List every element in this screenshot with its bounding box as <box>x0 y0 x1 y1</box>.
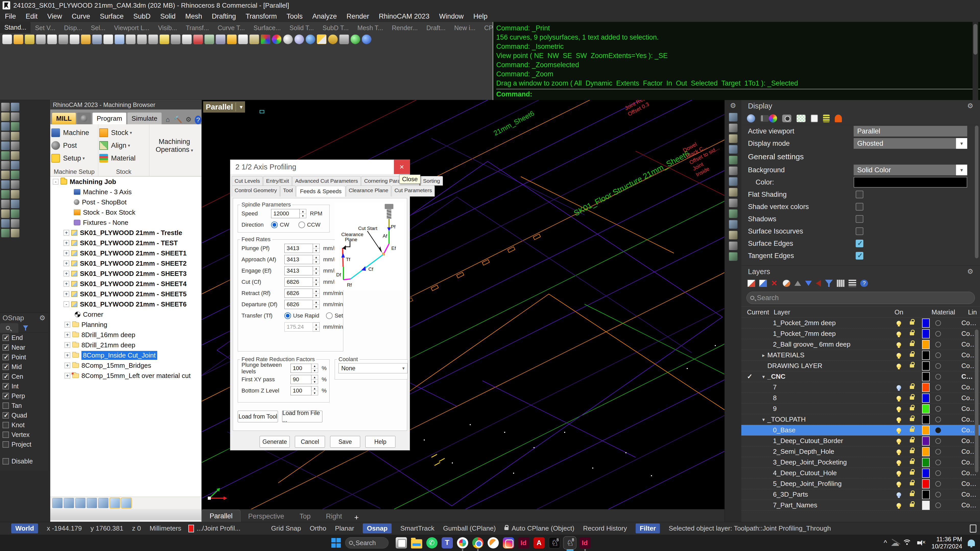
display-tab-active[interactable] <box>760 115 769 122</box>
retract-feed-input[interactable]: 6826 <box>285 289 313 298</box>
viewport-tab-parallel[interactable]: Parallel <box>202 510 240 522</box>
linetype[interactable]: Continuous <box>961 416 977 423</box>
toolpath-solid-icon[interactable] <box>87 498 97 508</box>
move-icon[interactable] <box>216 35 226 44</box>
cut-icon[interactable] <box>59 35 68 44</box>
checkbox[interactable] <box>3 441 9 448</box>
osnap-option-vertex[interactable]: Vertex <box>0 430 48 440</box>
layer-expander[interactable]: ▾ <box>762 416 765 422</box>
units-indicator[interactable]: Millimeters <box>150 524 181 532</box>
menu-surface[interactable]: Surface <box>95 11 129 22</box>
layer-expander[interactable]: ▸ <box>762 352 765 358</box>
tree-item-drill-21mm[interactable]: +8Drill_21mm deep <box>50 340 201 350</box>
hide-icon[interactable] <box>238 35 248 44</box>
new-file-icon[interactable] <box>2 35 12 44</box>
spindle-speed-input[interactable]: 12000 <box>271 209 300 218</box>
checkbox[interactable] <box>3 402 9 409</box>
cylinder-icon[interactable] <box>294 35 304 44</box>
linetype[interactable]: Continuous <box>961 330 977 338</box>
mirror-tool-icon[interactable] <box>11 219 19 228</box>
layer-color-swatch[interactable] <box>922 426 930 435</box>
linetype[interactable]: Continuous <box>961 448 977 456</box>
circle-tool-icon[interactable] <box>1 141 10 150</box>
layer-row[interactable]: 2_Ball groove_ 6mm deepContinuous <box>741 339 980 350</box>
layers-panel-header[interactable]: Layers ⚙ <box>741 266 980 278</box>
linetype[interactable]: Continuous <box>961 480 977 488</box>
tab-tool[interactable]: Tool <box>280 186 296 197</box>
move-layer-up-icon[interactable] <box>794 281 801 286</box>
clock[interactable]: 11:36 PM 10/27/2024 <box>932 536 962 550</box>
color-wheel-icon[interactable] <box>272 35 282 44</box>
osnap-gear-icon[interactable]: ⚙ <box>39 314 45 322</box>
osnap-option-quad[interactable]: Quad <box>0 410 48 420</box>
lock-icon[interactable] <box>910 439 914 443</box>
tree-item-comp-bridges[interactable]: +8Comp_15mm_Bridges <box>50 360 201 371</box>
display-mode-select[interactable]: Ghosted▾ <box>854 138 967 149</box>
lock-icon[interactable] <box>910 493 914 496</box>
toolbar-tab-viewport-layout[interactable]: Viewport L... <box>110 23 154 33</box>
surface-edges-checkbox[interactable] <box>856 240 863 247</box>
engage-feed-input[interactable]: 3413 <box>285 266 313 275</box>
stepper[interactable]: ▲▼ <box>313 300 320 309</box>
duplicate-layer-icon[interactable] <box>783 280 790 287</box>
linetype[interactable]: Continuous <box>961 340 977 348</box>
cut-feed-input[interactable]: 6826 <box>285 278 313 287</box>
direction-ccw-radio[interactable] <box>298 222 305 228</box>
named-view-icon[interactable] <box>193 35 203 44</box>
set-radio[interactable] <box>326 312 332 319</box>
lock-icon[interactable] <box>910 396 914 400</box>
copy-icon[interactable] <box>70 35 80 44</box>
extrude-tool-icon[interactable] <box>1 180 10 189</box>
layer-on-bulb[interactable] <box>897 449 901 454</box>
browser-icon[interactable] <box>488 537 499 548</box>
tab-sorting[interactable]: Sorting <box>420 176 443 186</box>
rotate-view-icon[interactable] <box>115 35 124 44</box>
layer-columns-icon[interactable] <box>837 280 845 287</box>
menu-solid[interactable]: Solid <box>156 11 180 22</box>
rotate-tool-icon[interactable] <box>11 112 19 121</box>
new-sublayer-icon[interactable] <box>759 280 767 287</box>
toolbar-tab-mesh-tools[interactable]: Mesh T... <box>353 23 388 33</box>
col-linetype[interactable]: Lin <box>968 308 977 316</box>
toolbar-tab-setview[interactable]: Set V... <box>31 23 60 33</box>
material-circle[interactable] <box>935 406 941 412</box>
tab-clearance-plane[interactable]: Clearance Plane <box>346 186 391 197</box>
layer-list-icon[interactable] <box>848 280 856 287</box>
back-plane-icon[interactable] <box>729 252 738 261</box>
tree-expander[interactable]: + <box>65 332 70 338</box>
preferences-hammer-icon[interactable]: 🔨 <box>174 114 182 124</box>
paste-icon[interactable] <box>81 35 91 44</box>
linetype[interactable]: Continuous <box>961 501 977 509</box>
linetype[interactable]: Continuous <box>961 383 977 391</box>
osnap-option-int[interactable]: Int <box>0 381 48 391</box>
layer-color-swatch[interactable] <box>922 340 930 349</box>
shade-icon[interactable] <box>261 35 270 44</box>
select-icon[interactable] <box>227 35 237 44</box>
toolbar-tab-subd-tools[interactable]: SubD T... <box>318 23 353 33</box>
layer-on-bulb[interactable] <box>897 385 901 390</box>
layer-on-bulb[interactable] <box>897 364 901 368</box>
flat-shading-checkbox[interactable] <box>856 191 863 198</box>
pointer-tool-icon[interactable] <box>1 103 10 111</box>
viewport-tab-right[interactable]: Right <box>318 511 350 522</box>
machine-button[interactable]: Machine <box>51 126 97 139</box>
curve-plane-icon[interactable] <box>729 156 738 164</box>
layer-color-swatch[interactable] <box>922 437 930 446</box>
undo-icon[interactable] <box>92 35 102 44</box>
print-icon[interactable] <box>36 35 46 44</box>
box-tool-icon[interactable] <box>11 170 19 179</box>
post-button[interactable]: Post <box>51 139 97 152</box>
tree-item-setup-sheet2[interactable]: +SK01_PLYWOOD 21mm - SHEET2 <box>50 258 201 268</box>
tree-expander[interactable]: + <box>65 353 70 358</box>
osnap-option-tan[interactable]: Tan <box>0 401 48 410</box>
col-on[interactable]: On <box>894 308 904 316</box>
stepper[interactable]: ▲▼ <box>313 244 320 253</box>
material-circle[interactable] <box>935 353 941 358</box>
globe-icon[interactable] <box>305 35 315 44</box>
material-circle[interactable] <box>935 374 941 380</box>
layer-color-swatch[interactable] <box>922 329 930 338</box>
auto-cplane-toggle[interactable]: Auto CPlane (Object) <box>512 524 574 532</box>
teams-icon[interactable] <box>442 537 453 548</box>
tree-item-comp-leftover[interactable]: +8Comp_15mm_Left over material cut <box>50 371 201 381</box>
volume-muted-icon[interactable] <box>917 540 926 546</box>
